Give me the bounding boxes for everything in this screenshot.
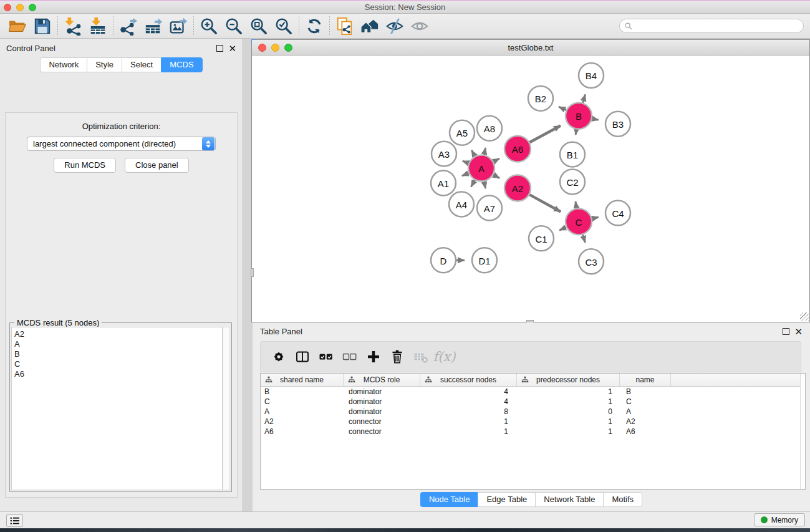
table-row[interactable]: Cdominator41C	[261, 397, 800, 407]
table-cell[interactable]: C	[620, 397, 671, 407]
tab-network-table[interactable]: Network Table	[535, 492, 603, 507]
import-table-button[interactable]	[85, 15, 110, 37]
run-mcds-button[interactable]: Run MCDS	[54, 158, 116, 173]
edge-C-C2[interactable]	[576, 201, 577, 208]
table-row[interactable]: A6connector11A6	[261, 427, 800, 437]
export-network-button[interactable]	[116, 15, 141, 37]
table-cell[interactable]: 4	[420, 387, 517, 397]
table-cell[interactable]: dominator	[344, 407, 420, 417]
graph-node-A3[interactable]: A3	[432, 142, 456, 167]
table-cell[interactable]: 1	[517, 397, 620, 407]
edge-B-B1[interactable]	[576, 129, 576, 135]
graph-node-C[interactable]: C	[566, 208, 592, 235]
export-image-button[interactable]	[166, 15, 191, 37]
table-cell[interactable]: 1	[420, 427, 517, 437]
criterion-dropdown[interactable]: largest connected component (directed)	[27, 137, 216, 151]
export-table-button[interactable]	[141, 15, 166, 37]
network-canvas[interactable]: A5A8A3A1A4A7AA6A2B2B4BB3B1C2C4CC1C3DD1	[252, 56, 809, 322]
select-all-columns-button[interactable]	[316, 344, 336, 369]
close-panel-icon[interactable]: ✕	[228, 45, 236, 52]
table-cell[interactable]: 1	[420, 417, 517, 427]
tab-motifs[interactable]: Motifs	[603, 492, 642, 507]
graph-node-A4[interactable]: A4	[449, 191, 474, 216]
table-cell[interactable]: 0	[517, 407, 620, 417]
graph-node-D1[interactable]: D1	[472, 248, 497, 273]
graph-node-C3[interactable]: C3	[579, 249, 604, 274]
result-list-item[interactable]: A	[14, 339, 222, 349]
add-column-button[interactable]	[363, 344, 383, 369]
table-cell[interactable]: C	[261, 397, 344, 407]
window-resize-grip[interactable]	[800, 312, 809, 321]
edge-A-A3[interactable]	[463, 161, 469, 163]
zoom-out-button[interactable]	[221, 15, 246, 37]
tab-edge-table[interactable]: Edge Table	[478, 492, 535, 507]
graph-node-C2[interactable]: C2	[560, 170, 585, 195]
show-all-button[interactable]	[407, 15, 432, 37]
table-settings-button[interactable]	[268, 344, 289, 369]
edge-A-A5[interactable]	[471, 150, 475, 157]
graph-node-B4[interactable]: B4	[579, 63, 604, 88]
table-cell[interactable]: 1	[517, 387, 620, 397]
edge-C-C3[interactable]	[583, 235, 586, 242]
graph-node-A1[interactable]: A1	[431, 171, 456, 196]
float-panel-icon[interactable]	[216, 45, 223, 52]
save-session-button[interactable]	[30, 15, 55, 37]
table-cell[interactable]: A6	[620, 427, 671, 437]
tab-network[interactable]: Network	[40, 57, 87, 72]
task-history-button[interactable]	[6, 514, 23, 527]
column-header-successor-nodes[interactable]: successor nodes	[420, 374, 517, 386]
open-session-button[interactable]	[5, 15, 30, 37]
result-list-item[interactable]: A6	[14, 369, 222, 379]
table-cell[interactable]: A2	[261, 417, 344, 427]
network-window-titlebar[interactable]: testGlobe.txt	[252, 40, 809, 56]
memory-button[interactable]: Memory	[754, 513, 805, 526]
table-cell[interactable]: A6	[261, 427, 344, 437]
import-network-button[interactable]	[60, 15, 85, 37]
result-list-item[interactable]: C	[14, 359, 222, 369]
edge-A2-C[interactable]	[529, 195, 561, 211]
table-cell[interactable]: 1	[517, 427, 620, 437]
graph-node-A5[interactable]: A5	[450, 120, 475, 145]
tab-node-table[interactable]: Node Table	[420, 492, 478, 507]
edge-A-A7[interactable]	[484, 181, 485, 188]
edge-A-A6[interactable]	[493, 158, 499, 162]
edge-A-A1[interactable]	[462, 173, 469, 176]
search-input[interactable]	[633, 20, 803, 32]
edge-B-B3[interactable]	[592, 118, 599, 120]
edge-C-C4[interactable]	[592, 217, 598, 218]
show-column-button[interactable]	[292, 344, 312, 369]
graph-node-C4[interactable]: C4	[605, 200, 630, 225]
window-left-grip[interactable]	[251, 268, 254, 277]
graph-node-A[interactable]: A	[468, 155, 494, 181]
edge-A-A2[interactable]	[493, 175, 499, 178]
table-scrollbar[interactable]	[800, 374, 805, 489]
tab-select[interactable]: Select	[122, 57, 161, 72]
table-cell[interactable]: 8	[420, 407, 517, 417]
table-cell[interactable]: 1	[517, 417, 620, 427]
result-list-item[interactable]: A2	[14, 329, 222, 339]
graph-node-A7[interactable]: A7	[477, 195, 502, 220]
table-close-icon[interactable]: ✕	[794, 328, 803, 335]
table-cell[interactable]: A2	[620, 417, 671, 427]
table-cell[interactable]: A	[620, 407, 671, 417]
graph-node-C1[interactable]: C1	[529, 226, 554, 251]
graph-node-B1[interactable]: B1	[560, 142, 585, 167]
edge-A-A8[interactable]	[484, 148, 485, 155]
graph-node-B2[interactable]: B2	[528, 86, 553, 111]
column-header-shared-name[interactable]: shared name	[261, 374, 344, 386]
network-from-selection-button[interactable]	[332, 15, 357, 37]
graph-node-A2[interactable]: A2	[504, 175, 531, 201]
table-row[interactable]: A2connector11A2	[261, 417, 800, 427]
zoom-selected-button[interactable]	[271, 15, 296, 37]
tab-mcds[interactable]: MCDS	[161, 57, 202, 72]
column-header-name[interactable]: name	[620, 374, 671, 386]
zoom-in-button[interactable]	[196, 15, 221, 37]
edge-A6-B[interactable]	[529, 125, 561, 142]
close-panel-button[interactable]: Close panel	[125, 158, 189, 173]
edge-C-C1[interactable]	[559, 227, 566, 230]
table-cell[interactable]: connector	[344, 427, 420, 437]
graph-node-B[interactable]: B	[566, 103, 592, 129]
table-cell[interactable]: connector	[344, 417, 420, 427]
table-cell[interactable]: B	[620, 387, 671, 397]
edge-B-B4[interactable]	[582, 94, 585, 102]
